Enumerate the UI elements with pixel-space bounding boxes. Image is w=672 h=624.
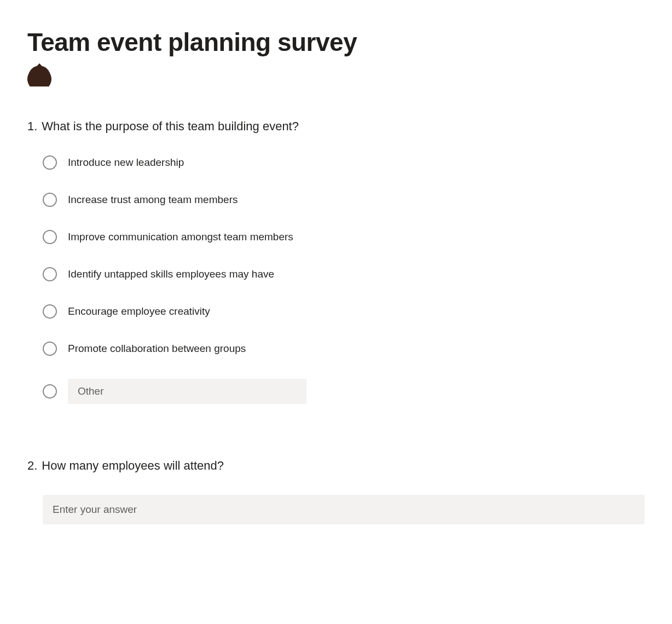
option-row[interactable]: Encourage employee creativity: [43, 304, 645, 319]
question-2: 2. How many employees will attend?: [27, 459, 645, 524]
radio-button[interactable]: [43, 342, 57, 356]
option-row[interactable]: Promote collaboration between groups: [43, 342, 645, 356]
radio-button[interactable]: [43, 155, 57, 170]
option-other-row[interactable]: [43, 379, 645, 404]
question-1-header: 1. What is the purpose of this team buil…: [27, 119, 645, 134]
question-1-number: 1.: [27, 119, 37, 134]
option-label[interactable]: Improve communication amongst team membe…: [68, 231, 293, 243]
option-row[interactable]: Increase trust among team members: [43, 193, 645, 207]
option-label[interactable]: Promote collaboration between groups: [68, 343, 246, 355]
question-1-options: Introduce new leadership Increase trust …: [27, 155, 645, 404]
question-1-text: What is the purpose of this team buildin…: [42, 119, 645, 134]
question-2-number: 2.: [27, 459, 37, 473]
theme-droplet-icon: [27, 62, 51, 86]
other-input[interactable]: [68, 379, 306, 404]
option-row[interactable]: Introduce new leadership: [43, 155, 645, 170]
radio-button[interactable]: [43, 384, 57, 398]
option-label[interactable]: Identify untapped skills employees may h…: [68, 268, 274, 280]
option-label[interactable]: Introduce new leadership: [68, 157, 184, 169]
radio-button[interactable]: [43, 230, 57, 244]
option-row[interactable]: Improve communication amongst team membe…: [43, 230, 645, 244]
option-row[interactable]: Identify untapped skills employees may h…: [43, 267, 645, 281]
question-1: 1. What is the purpose of this team buil…: [27, 119, 645, 404]
radio-button[interactable]: [43, 304, 57, 319]
question-2-header: 2. How many employees will attend?: [27, 459, 645, 473]
survey-title: Team event planning survey: [27, 27, 645, 57]
answer-input[interactable]: [43, 495, 645, 524]
option-label[interactable]: Increase trust among team members: [68, 194, 237, 206]
option-label[interactable]: Encourage employee creativity: [68, 305, 210, 317]
radio-button[interactable]: [43, 267, 57, 281]
radio-button[interactable]: [43, 193, 57, 207]
question-2-text: How many employees will attend?: [42, 459, 645, 473]
